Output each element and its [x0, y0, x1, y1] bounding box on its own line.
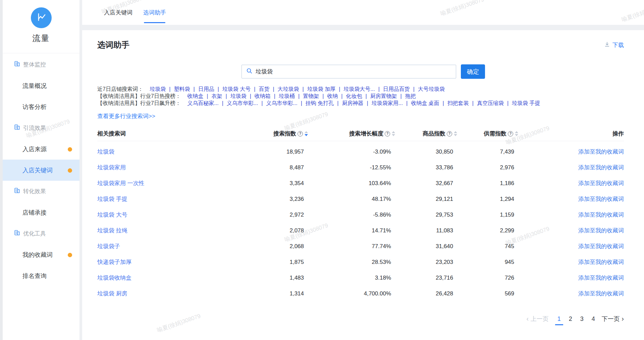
search-box: [241, 65, 456, 78]
tab-1[interactable]: 选词助手: [143, 0, 166, 25]
keyword-separator: |: [472, 100, 474, 106]
search-index-value: 1,314: [221, 290, 308, 297]
suggested-keyword-link[interactable]: 收纳盒 桌面: [411, 100, 439, 106]
column-header-search-index[interactable]: 搜索指数 ?: [221, 130, 308, 137]
building-icon: [14, 187, 20, 195]
suggested-keyword-link[interactable]: 拖把: [405, 93, 416, 99]
suggested-keyword-link[interactable]: 日用品: [198, 86, 214, 92]
suggested-keyword-link[interactable]: 垃圾袋 手提: [512, 100, 540, 106]
help-icon[interactable]: ?: [385, 131, 390, 136]
add-to-favorites-link[interactable]: 添加至我的收藏词: [578, 196, 624, 202]
suggested-keyword-link[interactable]: 垃圾袋家用...: [372, 100, 403, 106]
suggested-keyword-link[interactable]: 垃圾袋大号...: [343, 86, 375, 92]
supply-demand-value: 945: [457, 259, 518, 266]
suggested-keyword-link[interactable]: 垃圾袋 加厚: [307, 86, 335, 92]
sidebar-item-1[interactable]: 流量概况: [3, 75, 79, 96]
sidebar-item-7[interactable]: 店铺承接: [3, 202, 79, 223]
column-header-keyword: 相关搜索词: [97, 130, 221, 137]
add-to-favorites-link[interactable]: 添加至我的收藏词: [578, 290, 624, 297]
sidebar-item-10[interactable]: 排名查询: [3, 265, 79, 286]
prev-page-button[interactable]: ‹ 上一页: [527, 315, 549, 323]
suggested-keyword-link[interactable]: 塑料袋: [174, 86, 190, 92]
suggested-keyword-link[interactable]: 收纳: [327, 93, 338, 99]
column-header-growth[interactable]: 搜索增长幅度 ?: [308, 130, 395, 137]
add-to-favorites-link[interactable]: 添加至我的收藏词: [578, 275, 624, 281]
add-to-favorites-link[interactable]: 添加至我的收藏词: [578, 212, 624, 218]
add-to-favorites-link[interactable]: 添加至我的收藏词: [578, 164, 624, 171]
add-to-favorites-link[interactable]: 添加至我的收藏词: [578, 227, 624, 234]
suggested-keyword-link[interactable]: 垃圾袋 大号: [222, 86, 251, 92]
keyword-link[interactable]: 垃圾袋 厨房: [97, 290, 127, 297]
page-number-4[interactable]: 4: [592, 316, 595, 322]
page-number-1[interactable]: 1: [557, 316, 561, 322]
suggested-keyword-link[interactable]: 厨房置物架: [370, 93, 397, 99]
suggested-keyword-link[interactable]: 义乌市华彩...: [227, 100, 258, 106]
download-link[interactable]: 下载: [604, 41, 624, 49]
suggested-keyword-link[interactable]: 大垃圾袋: [278, 86, 299, 92]
page-number-3[interactable]: 3: [580, 316, 584, 322]
keyword-link[interactable]: 快递袋子加厚: [97, 259, 131, 265]
sidebar-item-2[interactable]: 访客分析: [3, 96, 79, 117]
suggestion-line-label: 近7日店铺搜索词：: [97, 86, 143, 92]
sort-icon[interactable]: [515, 131, 518, 136]
help-icon[interactable]: ?: [508, 131, 513, 136]
column-header-label: 搜索指数: [273, 130, 296, 137]
sidebar-item-6[interactable]: 转化效果: [3, 181, 79, 202]
add-to-favorites-link[interactable]: 添加至我的收藏词: [578, 180, 624, 186]
sort-icon[interactable]: [392, 131, 395, 136]
suggested-keyword-link[interactable]: 垃圾袋: [230, 93, 247, 99]
suggested-keyword-link[interactable]: 真空压缩袋: [477, 100, 504, 106]
suggested-keyword-link[interactable]: 大号垃圾袋: [418, 86, 445, 92]
sort-icon[interactable]: [454, 131, 457, 136]
suggested-keyword-link[interactable]: 挂钩 免打孔: [306, 100, 334, 106]
sidebar-item-3[interactable]: 引流效果: [3, 117, 79, 138]
search-index-value: 2,068: [221, 243, 308, 250]
keyword-link[interactable]: 垃圾袋家用 一次性: [97, 180, 145, 186]
suggested-keyword-link[interactable]: 收纳盒: [187, 93, 203, 99]
sidebar-item-0[interactable]: 整体监控: [3, 54, 79, 75]
next-page-button[interactable]: 下一页 ›: [602, 315, 624, 323]
search-input[interactable]: [256, 68, 443, 75]
add-to-favorites-link[interactable]: 添加至我的收藏词: [578, 149, 624, 155]
growth-value: 48.17%: [308, 196, 395, 203]
add-to-favorites-link[interactable]: 添加至我的收藏词: [578, 259, 624, 265]
suggested-keyword-link[interactable]: 扫把套装: [447, 100, 469, 106]
more-industry-words-link[interactable]: 查看更多行业搜索词>>: [97, 112, 155, 120]
suggested-keyword-link[interactable]: 置物架: [303, 93, 319, 99]
sort-icon[interactable]: [305, 131, 308, 136]
column-header-product-index[interactable]: 商品指数 ?: [395, 130, 457, 137]
suggested-keyword-link[interactable]: 义乌百秘家...: [187, 100, 218, 106]
keyword-link[interactable]: 垃圾袋收纳盒: [97, 275, 131, 281]
tab-0[interactable]: 入店关键词: [104, 0, 132, 25]
add-to-favorites-link[interactable]: 添加至我的收藏词: [578, 243, 624, 249]
suggested-keyword-link[interactable]: 垃圾袋: [150, 86, 166, 92]
product-index-value: 23,203: [395, 259, 457, 266]
keyword-link[interactable]: 垃圾袋 大号: [97, 212, 127, 218]
keyword-link[interactable]: 垃圾袋 拉绳: [97, 227, 127, 234]
sidebar-item-9[interactable]: 我的收藏词: [3, 244, 79, 265]
suggested-keyword-link[interactable]: 收纳箱: [255, 93, 271, 99]
suggested-keyword-link[interactable]: 义乌市华彩...: [266, 100, 297, 106]
suggested-keyword-link[interactable]: 化妆包: [346, 93, 362, 99]
supply-demand-value: 7,439: [457, 149, 518, 155]
sidebar-item-4[interactable]: 入店来源: [3, 138, 79, 160]
help-icon[interactable]: ?: [447, 131, 452, 136]
notification-dot: [68, 168, 72, 173]
keyword-separator: |: [250, 93, 251, 99]
sidebar-item-8[interactable]: 优化工具: [3, 223, 79, 244]
keyword-link[interactable]: 垃圾袋子: [97, 243, 120, 249]
suggested-keyword-link[interactable]: 衣架: [212, 93, 222, 99]
keyword-link[interactable]: 垃圾袋: [97, 149, 114, 155]
suggested-keyword-link[interactable]: 垃圾桶: [279, 93, 295, 99]
sidebar-item-5[interactable]: 入店关键词: [3, 160, 79, 181]
keyword-link[interactable]: 垃圾袋家用: [97, 164, 126, 171]
confirm-button[interactable]: 确定: [461, 64, 485, 79]
column-header-supply-demand[interactable]: 供需指数 ?: [457, 130, 518, 137]
suggested-keyword-link[interactable]: 百货: [259, 86, 269, 92]
page-number-2[interactable]: 2: [569, 316, 572, 322]
keyword-link[interactable]: 垃圾袋 手提: [97, 196, 127, 202]
table-row: 垃圾袋 厨房 1,314 4,700.00% 26,428 569 添加至我的收…: [97, 286, 624, 301]
help-icon[interactable]: ?: [298, 131, 303, 136]
suggested-keyword-link[interactable]: 日用品百货: [383, 86, 410, 92]
suggested-keyword-link[interactable]: 厨房神器: [342, 100, 363, 106]
